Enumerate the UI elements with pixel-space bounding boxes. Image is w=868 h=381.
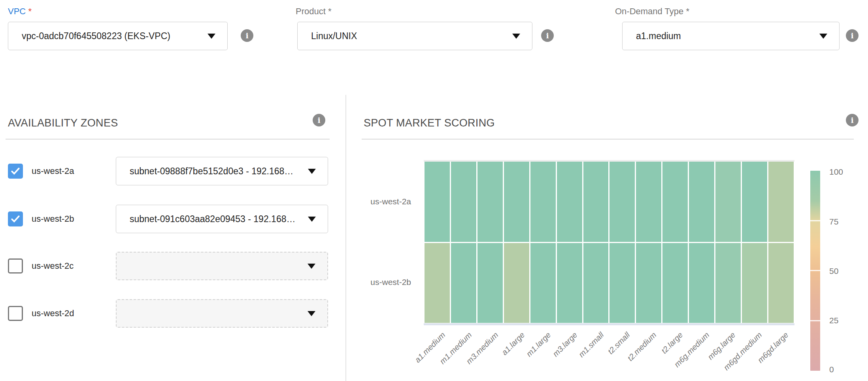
vpc-label-text: VPC: [8, 6, 26, 16]
on-demand-type-required-mark: *: [686, 6, 689, 16]
heatmap-cell-us-west-2b-a1.large: [504, 243, 529, 323]
legend-tick-100: 100: [829, 167, 843, 177]
chevron-down-icon: [308, 169, 316, 174]
az-zone-label-us-west-2c: us-west-2c: [32, 261, 74, 271]
az-subnet-value: subnet-09888f7be5152d0e3 - 192.168…: [130, 166, 303, 177]
heatmap-cell-us-west-2a-m1.small: [583, 162, 609, 242]
product-select[interactable]: Linux/UNIX: [297, 22, 532, 50]
heatmap-cell-us-west-2a-a1.medium: [425, 162, 450, 242]
az-checkbox-us-west-2b[interactable]: [8, 211, 23, 226]
heatmap-cell-us-west-2b-t2.small: [609, 243, 635, 323]
product-label: Product *: [296, 6, 332, 17]
on-demand-type-label: On-Demand Type *: [615, 6, 689, 17]
availability-zones-title: AVAILABILITY ZONES: [8, 117, 118, 129]
az-subnet-select-us-west-2a[interactable]: subnet-09888f7be5152d0e3 - 192.168…: [116, 157, 328, 185]
on-demand-type-label-text: On-Demand Type: [615, 6, 683, 16]
az-checkbox-us-west-2a[interactable]: [8, 164, 23, 179]
az-subnet-value: subnet-091c603aa82e09453 - 192.168…: [130, 214, 303, 224]
chevron-down-icon: [819, 34, 827, 39]
heatmap-row-label-us-west-2a: us-west-2a: [348, 197, 411, 206]
heatmap-cell-us-west-2b-m1.large: [530, 243, 556, 323]
on-demand-type-select-value: a1.medium: [636, 31, 815, 41]
heatmap-cell-us-west-2b-m6gd.large: [768, 243, 794, 323]
az-zone-label-us-west-2a: us-west-2a: [32, 166, 74, 176]
az-subnet-select-us-west-2c[interactable]: [116, 252, 328, 280]
spot-scoring-heatmap: [425, 162, 794, 323]
check-icon: [9, 213, 21, 225]
vpc-select-value: vpc-0adcb70f645508223 (EKS-VPC): [22, 31, 203, 41]
heatmap-cell-us-west-2b-t2.medium: [636, 243, 661, 323]
heatmap-cell-us-west-2a-m6g.large: [715, 162, 741, 242]
product-label-text: Product: [296, 6, 326, 16]
chevron-down-icon: [208, 34, 215, 39]
on-demand-type-info-icon[interactable]: i: [846, 29, 859, 42]
heatmap-cell-us-west-2a-t2.medium: [636, 162, 661, 242]
heatmap-cell-us-west-2a-t2.small: [609, 162, 635, 242]
heatmap-cell-us-west-2b-m3.large: [557, 243, 582, 323]
on-demand-type-select[interactable]: a1.medium: [622, 22, 840, 50]
vpc-select[interactable]: vpc-0adcb70f645508223 (EKS-VPC): [8, 22, 228, 50]
heatmap-cell-us-west-2a-m3.large: [557, 162, 582, 242]
heatmap-cell-us-west-2a-m1.medium: [451, 162, 476, 242]
heatmap-cell-us-west-2b-m6g.large: [715, 243, 741, 323]
heatmap-x-label-a1.medium: a1.medium: [379, 330, 447, 381]
product-required-mark: *: [328, 6, 332, 16]
availability-zones-info-icon[interactable]: i: [313, 114, 325, 126]
spot-market-scoring-info-icon[interactable]: i: [846, 114, 859, 126]
spot-configuration-screen: VPC * vpc-0adcb70f645508223 (EKS-VPC) i …: [0, 0, 868, 381]
heatmap-cell-us-west-2b-m1.medium: [451, 243, 476, 323]
heatmap-cell-us-west-2a-m1.large: [530, 162, 556, 242]
heatmap-cell-us-west-2a-m6gd.large: [768, 162, 794, 242]
spot-market-scoring-title: SPOT MARKET SCORING: [364, 117, 495, 129]
legend-tick-75: 75: [829, 217, 838, 226]
product-select-value: Linux/UNIX: [311, 31, 508, 41]
az-checkbox-us-west-2d[interactable]: [8, 306, 23, 321]
heatmap-cell-us-west-2b-m6gd.medium: [742, 243, 767, 323]
product-info-icon[interactable]: i: [541, 29, 554, 42]
az-zone-label-us-west-2d: us-west-2d: [32, 308, 74, 319]
chevron-down-icon: [512, 34, 520, 39]
chevron-down-icon: [308, 217, 316, 222]
heatmap-row-label-us-west-2b: us-west-2b: [348, 277, 411, 287]
legend-tick-line: [810, 320, 820, 321]
legend-tick-line: [810, 270, 820, 271]
vpc-label: VPC *: [8, 6, 32, 17]
heatmap-cell-us-west-2b-m6g.medium: [689, 243, 714, 323]
az-zone-label-us-west-2b: us-west-2b: [32, 214, 74, 224]
heatmap-cell-us-west-2a-t2.large: [662, 162, 688, 242]
heatmap-cell-us-west-2b-t2.large: [662, 243, 688, 323]
heatmap-cell-us-west-2b-a1.medium: [425, 243, 450, 323]
az-subnet-select-us-west-2d[interactable]: [116, 299, 328, 328]
availability-zones-divider: [6, 139, 330, 140]
panel-divider: [345, 95, 346, 381]
heatmap-cell-us-west-2b-m1.small: [583, 243, 609, 323]
legend-tick-25: 25: [829, 316, 838, 325]
chevron-down-icon: [308, 264, 315, 269]
heatmap-cell-us-west-2a-m6g.medium: [689, 162, 714, 242]
vpc-info-icon[interactable]: i: [241, 29, 253, 42]
az-subnet-select-us-west-2b[interactable]: subnet-091c603aa82e09453 - 192.168…: [116, 205, 328, 233]
az-checkbox-us-west-2c[interactable]: [8, 258, 23, 273]
heatmap-cell-us-west-2a-m3.medium: [477, 162, 503, 242]
legend-tick-line: [810, 220, 820, 221]
vpc-required-mark: *: [28, 6, 32, 16]
check-icon: [9, 165, 21, 177]
chevron-down-icon: [308, 311, 315, 316]
legend-tick-50: 50: [829, 266, 838, 276]
heatmap-bottom-edge: [424, 323, 794, 325]
legend-tick-0: 0: [829, 365, 834, 374]
heatmap-cell-us-west-2a-a1.large: [504, 162, 529, 242]
spot-market-scoring-divider: [362, 139, 854, 140]
heatmap-cell-us-west-2b-m3.medium: [477, 243, 503, 323]
heatmap-cell-us-west-2a-m6gd.medium: [742, 162, 767, 242]
